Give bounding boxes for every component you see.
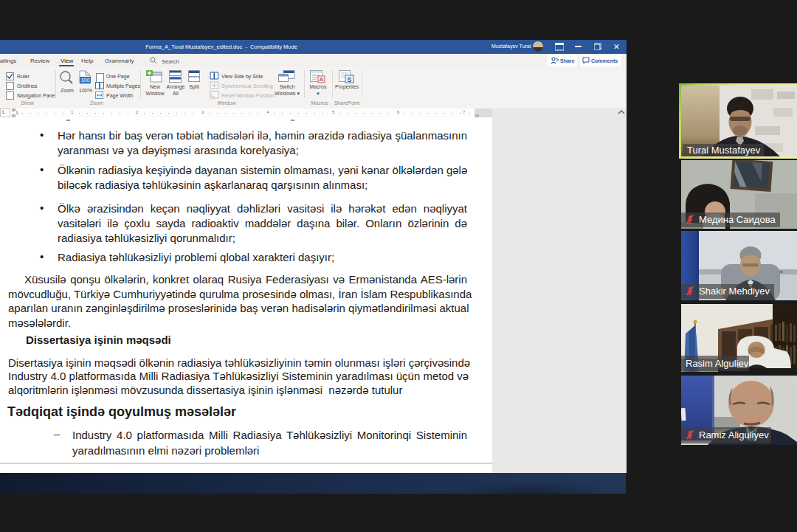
svg-text:S: S	[348, 76, 352, 83]
